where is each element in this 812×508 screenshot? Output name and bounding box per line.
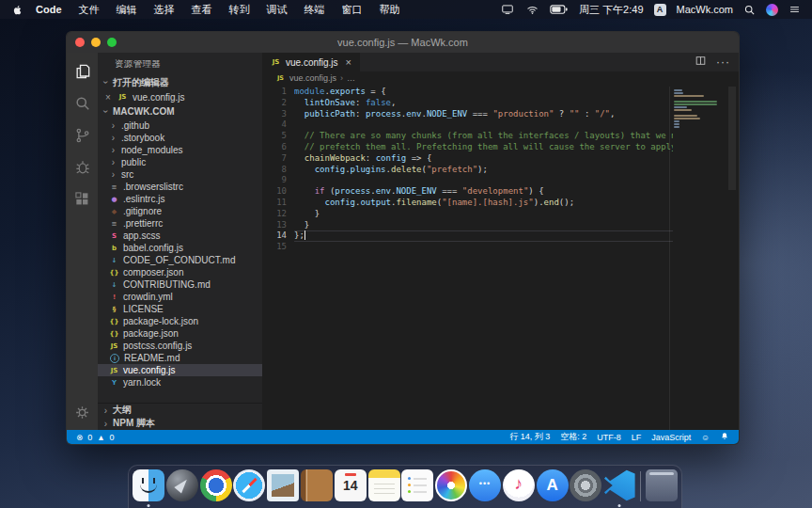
vscode-app-icon[interactable] — [603, 469, 635, 501]
tree-item-postcss.config.js[interactable]: JSpostcss.config.js — [98, 340, 262, 352]
chrome-app-icon[interactable] — [200, 469, 232, 501]
tab-vue-config-js[interactable]: JS vue.config.js × — [262, 53, 361, 71]
code-line-14[interactable]: 14}; — [262, 230, 739, 242]
tree-item-yarn.lock[interactable]: Yyarn.lock — [98, 376, 262, 389]
more-actions-icon[interactable]: ··· — [716, 56, 730, 69]
code-line-2[interactable]: 2 lintOnSave: false, — [262, 98, 739, 109]
source-control-icon[interactable] — [72, 125, 92, 145]
tree-item-crowdin.yml[interactable]: !crowdin.yml — [98, 291, 262, 303]
tree-item-.gitignore[interactable]: ◆.gitignore — [98, 205, 262, 217]
dock-item-vscode[interactable] — [602, 469, 636, 507]
reminders-app-icon[interactable] — [401, 469, 433, 501]
code-line-13[interactable]: 13 } — [262, 220, 739, 231]
code-line-9[interactable]: 9 — [262, 175, 739, 186]
tree-item-package.json[interactable]: {}package.json — [98, 327, 262, 340]
tree-item-src[interactable]: src — [98, 168, 262, 181]
sidebar-section-NPM 脚本[interactable]: NPM 脚本 — [98, 417, 262, 430]
open-editor-item[interactable]: ×JSvue.config.js — [98, 90, 262, 103]
menu-clock[interactable]: 周三 下午2:49 — [579, 3, 643, 17]
menu-account[interactable]: MacWk.com — [677, 4, 734, 15]
menu-item[interactable]: 查看 — [183, 3, 221, 17]
tree-item-package-lock.json[interactable]: {}package-lock.json — [98, 315, 262, 327]
editor-scrollbar[interactable] — [726, 85, 739, 416]
code-line-11[interactable]: 11 config.output.filename("[name].[hash]… — [262, 198, 739, 209]
tree-item-.prettierrc[interactable]: ≡.prettierrc — [98, 217, 262, 230]
minimap[interactable] — [669, 87, 726, 430]
menu-item[interactable]: 文件 — [70, 3, 108, 17]
tree-item-babel.config.js[interactable]: bbabel.config.js — [98, 242, 262, 254]
notes-app-icon[interactable] — [368, 469, 400, 501]
tree-item-.github[interactable]: .github — [98, 119, 262, 132]
tree-item-vue.config.js[interactable]: JSvue.config.js — [98, 364, 262, 376]
dock-item-chrome[interactable] — [199, 469, 233, 507]
breadcrumb[interactable]: JS vue.config.js › … — [262, 71, 739, 85]
dock-item-contacts[interactable] — [300, 469, 334, 507]
code-line-10[interactable]: 10 if (process.env.NODE_ENV === "develop… — [262, 186, 739, 198]
close-window-button[interactable] — [75, 38, 85, 47]
dock-item-photos[interactable] — [434, 469, 468, 507]
menu-item[interactable]: 选择 — [146, 3, 183, 17]
dock-item-trash[interactable] — [645, 469, 679, 507]
dock-item-settings[interactable] — [570, 469, 603, 507]
dock-item-safari[interactable] — [232, 469, 266, 507]
trash-app-icon[interactable] — [646, 469, 678, 501]
sidebar-section-大纲[interactable]: 大纲 — [98, 404, 262, 417]
mail-app-icon[interactable] — [267, 469, 299, 501]
tree-item-.eslintrc.js[interactable]: ●.eslintrc.js — [98, 193, 262, 205]
code-area[interactable]: 1module.exports = {2 lintOnSave: false,3… — [262, 85, 739, 430]
tree-item-.storybook[interactable]: .storybook — [98, 132, 262, 144]
window-title-bar[interactable]: vue.config.js — MacWk.com — [67, 32, 739, 53]
music-app-icon[interactable] — [503, 469, 535, 501]
code-line-4[interactable]: 4 — [262, 119, 739, 131]
close-tab-icon[interactable]: × — [346, 56, 351, 68]
code-line-15[interactable]: 15 — [262, 242, 739, 253]
menu-item[interactable]: 编辑 — [108, 3, 146, 17]
feedback-smiley-icon[interactable]: ☺ — [701, 433, 710, 442]
split-editor-icon[interactable] — [695, 54, 707, 71]
contacts-app-icon[interactable] — [301, 469, 333, 501]
dock-item-calendar[interactable]: 14 — [334, 469, 367, 507]
menu-app-name[interactable]: Code — [27, 4, 70, 15]
status-item[interactable]: 行 14, 列 3 — [509, 431, 550, 443]
zoom-window-button[interactable] — [107, 38, 117, 47]
code-line-7[interactable]: 7 chainWebpack: config => { — [262, 153, 739, 165]
safari-app-icon[interactable] — [233, 469, 265, 501]
menu-item[interactable]: 调试 — [258, 3, 296, 17]
spotlight-search-icon[interactable] — [743, 4, 756, 16]
menu-item[interactable]: 窗口 — [334, 3, 371, 17]
dock-item-reminders[interactable] — [401, 469, 435, 507]
status-item[interactable]: UTF-8 — [597, 433, 621, 442]
close-icon[interactable]: × — [105, 92, 113, 103]
tree-item-node_modules[interactable]: node_modules — [98, 144, 262, 156]
screen-mirroring-icon[interactable] — [500, 3, 515, 16]
menu-item[interactable]: 终端 — [296, 3, 334, 17]
debug-icon[interactable] — [72, 157, 92, 177]
tree-item-LICENSE[interactable]: §LICENSE — [98, 303, 262, 315]
tree-item-app.scss[interactable]: Sapp.scss — [98, 230, 262, 242]
dock-item-finder[interactable] — [132, 469, 165, 507]
tree-item-CODE_OF_CONDUCT.md[interactable]: ↓CODE_OF_CONDUCT.md — [98, 254, 262, 266]
code-line-1[interactable]: 1module.exports = { — [262, 87, 739, 98]
tree-item-composer.json[interactable]: {}composer.json — [98, 266, 262, 278]
extensions-icon[interactable] — [72, 189, 92, 209]
open-editors-section[interactable]: 打开的编辑器 — [98, 74, 262, 90]
dock-item-mail[interactable] — [266, 469, 300, 507]
tree-item-public[interactable]: public — [98, 156, 262, 168]
dock-item-launchpad[interactable] — [165, 469, 199, 507]
status-item[interactable]: 空格: 2 — [560, 431, 586, 443]
messages-app-icon[interactable] — [469, 469, 501, 501]
photos-app-icon[interactable] — [435, 469, 467, 501]
tree-item-.browserslistrc[interactable]: ≡.browserslistrc — [98, 181, 262, 193]
apple-menu-icon[interactable] — [11, 3, 23, 17]
dock-item-messages[interactable] — [468, 469, 502, 507]
code-line-3[interactable]: 3 publicPath: process.env.NODE_ENV === "… — [262, 109, 739, 120]
siri-icon[interactable] — [766, 4, 778, 16]
tree-item-CONTRIBUTING.md[interactable]: ↓CONTRIBUTING.md — [98, 278, 262, 291]
status-item[interactable]: JavaScript — [651, 433, 691, 442]
dock-item-appstore[interactable] — [536, 469, 570, 507]
workspace-root-section[interactable]: MACWK.COM — [98, 103, 262, 119]
code-line-5[interactable]: 5 // There are so many chunks (from all … — [262, 131, 739, 142]
finder-app-icon[interactable] — [133, 469, 164, 501]
menu-item[interactable]: 帮助 — [371, 3, 409, 17]
launchpad-app-icon[interactable] — [166, 469, 198, 501]
